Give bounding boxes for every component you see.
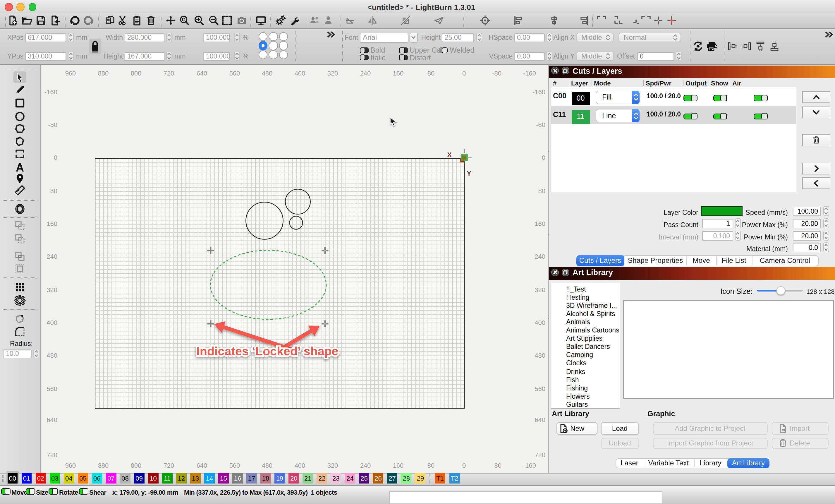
svg-text:Y: Y	[467, 170, 471, 177]
svg-text:Indicates ‘Locked’ shape: Indicates ‘Locked’ shape	[196, 344, 338, 358]
svg-text:X: X	[447, 151, 452, 158]
